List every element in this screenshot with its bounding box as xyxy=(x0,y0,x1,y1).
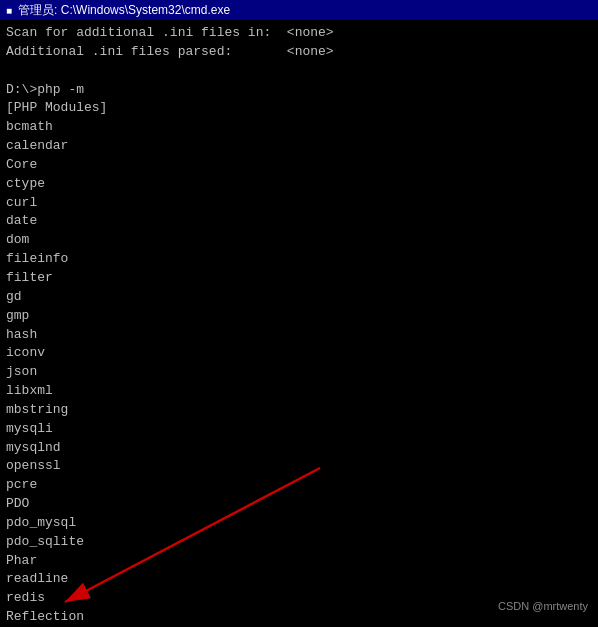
title-bar-title: 管理员: C:\Windows\System32\cmd.exe xyxy=(18,2,230,19)
terminal-line: pdo_mysql xyxy=(6,514,592,533)
terminal-line: date xyxy=(6,212,592,231)
terminal-line: Additional .ini files parsed: <none> xyxy=(6,43,592,62)
terminal-line: gd xyxy=(6,288,592,307)
terminal-line: Scan for additional .ini files in: <none… xyxy=(6,24,592,43)
terminal-line: gmp xyxy=(6,307,592,326)
terminal-line: hash xyxy=(6,326,592,345)
terminal-line: D:\>php -m xyxy=(6,81,592,100)
terminal-line: pcre xyxy=(6,476,592,495)
terminal-line: iconv xyxy=(6,344,592,363)
terminal-line: mysqlnd xyxy=(6,439,592,458)
terminal-line: readline xyxy=(6,570,592,589)
terminal-content: Scan for additional .ini files in: <none… xyxy=(6,24,592,627)
terminal-line: [PHP Modules] xyxy=(6,99,592,118)
terminal-line: ctype xyxy=(6,175,592,194)
title-bar-icon: ■ xyxy=(6,5,12,16)
terminal-line: calendar xyxy=(6,137,592,156)
terminal-line xyxy=(6,62,592,81)
terminal-line: Phar xyxy=(6,552,592,571)
terminal-line: openssl xyxy=(6,457,592,476)
terminal-line: mbstring xyxy=(6,401,592,420)
csdn-watermark: CSDN @mrtwenty xyxy=(498,599,588,615)
terminal-line: json xyxy=(6,363,592,382)
terminal: Scan for additional .ini files in: <none… xyxy=(0,20,598,627)
terminal-line: fileinfo xyxy=(6,250,592,269)
title-bar: ■ 管理员: C:\Windows\System32\cmd.exe xyxy=(0,0,598,20)
terminal-line: filter xyxy=(6,269,592,288)
terminal-line: libxml xyxy=(6,382,592,401)
terminal-line: dom xyxy=(6,231,592,250)
terminal-line: curl xyxy=(6,194,592,213)
terminal-line: PDO xyxy=(6,495,592,514)
terminal-line: mysqli xyxy=(6,420,592,439)
terminal-line: pdo_sqlite xyxy=(6,533,592,552)
terminal-line: bcmath xyxy=(6,118,592,137)
terminal-line: Core xyxy=(6,156,592,175)
